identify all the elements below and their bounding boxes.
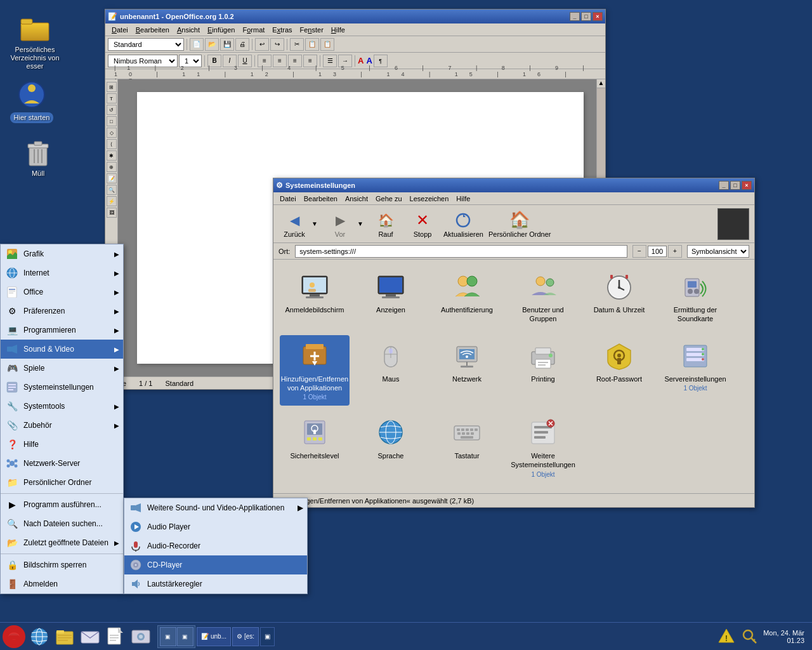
lv-btn5[interactable]: ◇ [107,128,117,138]
zoom-minus-btn[interactable]: − [632,245,646,258]
taskbar-desktop-switcher[interactable]: ▣ ▣ [157,625,195,648]
nav-zurueck-dropdown[interactable]: ▼ [310,214,319,234]
sysset-item-netzwerk[interactable]: Netzwerk [432,335,502,406]
tb-paste[interactable]: 📋 [320,38,334,51]
taskbar-key-icon[interactable] [740,627,758,646]
taskbar-window-sysset[interactable]: ⚙ [es: [232,627,259,646]
app-menu-programmieren[interactable]: 💻 Programmieren ▶ [1,321,123,340]
submenu-lautstaerkeregler[interactable]: Lautstärkeregler [124,574,307,594]
submenu-cd-player[interactable]: CD-Player [124,555,307,574]
desktop-icon-hier-starten[interactable]: Hier starten [6,79,57,123]
taskbar-alert-icon[interactable]: ! [717,627,735,646]
zoom-value-input[interactable]: 100 [648,246,667,257]
oo-maximize-btn[interactable]: □ [581,12,591,21]
oo-menu-einfuegen[interactable]: Einfügen [204,25,239,35]
taskbar-window-terminal[interactable]: ▣ [260,627,275,646]
app-menu-praeferenzen[interactable]: ⚙ Präferenzen ▶ [1,302,123,321]
sysset-item-printing[interactable]: Printing [508,335,578,406]
sysset-item-benutzer-gruppen[interactable]: Benutzer und Gruppen [508,266,578,329]
sysset-item-sprache[interactable]: Sprache [356,412,426,483]
app-menu-zuletzt-geoeffnete[interactable]: 📂 Zuletzt geöffnete Dateien ▶ [1,533,123,552]
app-menu-hilfe[interactable]: ❓ Hilfe [1,435,123,454]
app-menu-abmelden[interactable]: 🚪 Abmelden [1,574,123,594]
app-menu-zubehoer[interactable]: 📎 Zubehör ▶ [1,416,123,435]
tb-redo[interactable]: ↪ [270,38,284,51]
lv-btn4[interactable]: □ [107,116,117,126]
sysset-minimize-btn[interactable]: _ [719,181,729,190]
app-menu-systemeinstellungen[interactable]: Systemeinstellungen [1,378,123,397]
sysset-menu-gehe-zu[interactable]: Gehe zu [372,194,406,204]
taskbar-browser-icon[interactable] [28,625,51,648]
oo-menu-ansicht[interactable]: Ansicht [173,25,204,35]
oo-close-btn[interactable]: × [593,12,603,21]
oo-minimize-btn[interactable]: _ [570,12,580,21]
sysset-menu-datei[interactable]: Datei [276,194,300,204]
sysset-maximize-btn[interactable]: □ [730,181,740,190]
oo-menu-fenster[interactable]: Fenster [296,25,327,35]
nav-zurueck-btn[interactable]: ◀ Zurück [278,210,310,238]
oo-menu-datei[interactable]: Datei [108,25,132,35]
lv-btn12[interactable]: 🖼 [107,208,117,218]
nav-persoenlicher-ordner-btn[interactable]: 🏠 Persönlicher Ordner [488,210,551,238]
view-select[interactable]: Symbolansicht [687,245,749,258]
taskbar-mail-icon[interactable] [79,625,102,648]
submenu-weitere-sound-video[interactable]: Weitere Sound- und Video-Applikationen ▶ [124,498,307,517]
sysset-item-root-passwort[interactable]: Root-Passwort [584,335,654,406]
tb-copy[interactable]: 📋 [305,38,319,51]
taskbar-window-unbenannt[interactable]: 📝 unb... [197,627,231,646]
sysset-item-servereinstellungen[interactable]: Servereinstellungen 1 Objekt [660,335,730,406]
oo-style-select[interactable]: Standard [108,38,184,51]
sysset-item-anmeldebildschirm[interactable]: Anmeldebildschirm [280,266,350,329]
lv-btn1[interactable]: ⊞ [107,82,117,92]
taskbar-screenshot-icon[interactable] [129,625,152,648]
tb-open[interactable]: 📂 [205,38,219,51]
sysset-item-anzeigen[interactable]: Anzeigen [356,266,426,329]
app-menu-sound-video[interactable]: Sound & Video ▶ [1,340,123,359]
app-menu-systemtools[interactable]: 🔧 Systemtools ▶ [1,397,123,416]
scroll-up-btn[interactable]: ▲ [597,79,605,88]
sysset-menu-lesezeichen[interactable]: Lesezeichen [406,194,453,204]
desktop-btn1[interactable]: ▣ [160,627,176,646]
lv-btn6[interactable]: ⟨ [107,139,117,149]
oo-menu-format[interactable]: Format [239,25,268,35]
app-menu-grafik[interactable]: Grafik ▶ [1,244,123,263]
taskbar-doc-icon[interactable] [104,625,127,648]
app-menu-persoenlicher-ordner[interactable]: 📁 Persönlicher Ordner [1,473,123,492]
lv-btn7[interactable]: ✱ [107,150,117,161]
tb-cut[interactable]: ✂ [290,38,304,51]
sysset-item-ermittlung-soundkarte[interactable]: Ermittlung der Soundkarte [660,266,730,329]
submenu-audio-player[interactable]: Audio Player [124,517,307,536]
oo-menu-extras[interactable]: Extras [268,25,296,35]
desktop-icon-muell[interactable]: Müll [13,136,63,178]
sysset-item-datum-uhrzeit[interactable]: Datum & Uhrzeit [584,266,654,329]
taskbar-redhat-icon[interactable] [3,625,25,648]
nav-vor-btn[interactable]: ▶ Vor [324,210,356,238]
address-input[interactable] [295,245,627,258]
submenu-audio-recorder[interactable]: Audio-Recorder [124,536,307,555]
nav-rauf-btn[interactable]: 🏠 Rauf [370,210,402,238]
lv-btn10[interactable]: 🔍 [107,185,117,195]
sysset-close-btn[interactable]: × [742,181,752,190]
tb-print[interactable]: 🖨 [235,38,249,51]
sysset-menu-ansicht[interactable]: Ansicht [341,194,372,204]
app-menu-internet[interactable]: Internet ▶ [1,263,123,282]
zoom-plus-btn[interactable]: + [668,245,682,258]
tb-save[interactable]: 💾 [220,38,234,51]
sysset-item-hinzufuegen-entfernen[interactable]: Hinzufügen/Entfernen von Applikationen 1… [280,335,350,406]
lv-btn11[interactable]: ⚡ [107,196,117,206]
tb-new[interactable]: 📄 [190,38,204,51]
oo-menu-bearbeiten[interactable]: Bearbeiten [132,25,173,35]
sysset-item-authentifizierung[interactable]: Authentifizierung [432,266,502,329]
app-menu-office[interactable]: Office ▶ [1,282,123,302]
lv-btn2[interactable]: T [107,93,117,103]
sysset-item-sicherheitslevel[interactable]: Sicherheitslevel [280,412,350,483]
tb-undo[interactable]: ↩ [255,38,269,51]
desktop-icon-personal-folder[interactable]: PersönlichesVerzeichnis vonesser [10,13,60,71]
lv-btn9[interactable]: 📝 [107,173,117,183]
oo-menu-hilfe[interactable]: Hilfe [327,25,349,35]
app-menu-netzwerk-server[interactable]: Netzwerk-Server [1,454,123,473]
app-menu-bildschirm-sperren[interactable]: 🔒 Bildschirm sperren [1,555,123,574]
app-menu-programm-ausfuehren[interactable]: ▶ Programm ausführen... [1,495,123,514]
sysset-item-maus[interactable]: Maus [356,335,426,406]
app-menu-nach-dateien[interactable]: 🔍 Nach Dateien suchen... [1,514,123,533]
